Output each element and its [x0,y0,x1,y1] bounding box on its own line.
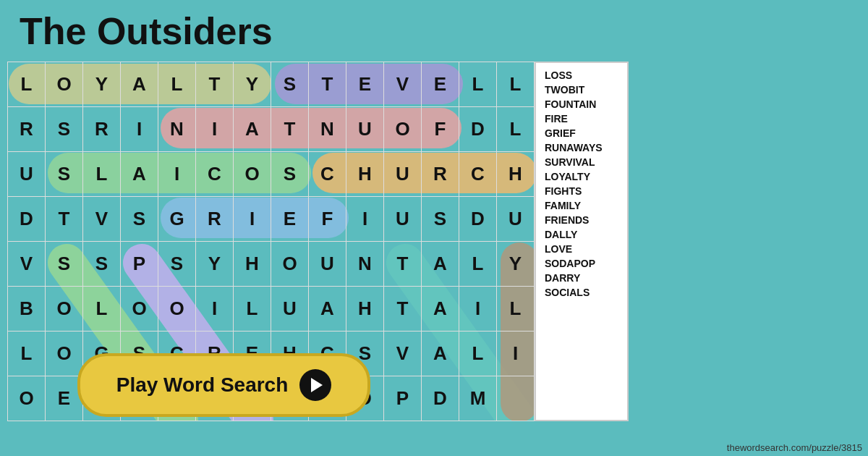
grid-cell: C [459,152,497,197]
grid-cell: D [459,197,497,242]
grid-cell: N [309,107,346,152]
grid-cell: E [271,197,309,242]
grid-cell: T [196,62,234,107]
grid-cell: L [497,287,535,332]
grid-cell: O [234,152,271,197]
grid-cell: S [83,242,121,287]
grid-cell: U [384,152,422,197]
word-list-item: DARRY [545,271,618,284]
grid-cell: P [121,242,158,287]
grid-cell: A [121,152,158,197]
grid-cell: T [309,62,346,107]
grid-cell [497,376,535,421]
grid-cell: H [346,152,384,197]
play-icon [299,369,331,401]
grid-cell: L [459,62,497,107]
play-button-overlay: Play Word Search [7,349,441,421]
word-list-item: SURVIVAL [545,156,618,169]
word-list-item: FIGHTS [545,185,618,198]
grid-cell: C [309,152,346,197]
grid-cell: I [158,152,196,197]
word-list-item: DALLY [545,228,618,241]
grid-cell: U [8,152,46,197]
grid-cell: G [158,197,196,242]
grid-cell: S [271,152,309,197]
word-list-item: LOYALTY [545,170,618,183]
play-button-label: Play Word Search [116,373,289,397]
grid-cell: U [346,107,384,152]
word-list-item: LOVE [545,242,618,256]
grid-cell: O [121,287,158,332]
grid-cell: V [83,197,121,242]
grid-cell: S [121,197,158,242]
word-list-item: FIRE [545,112,618,125]
grid-cell: S [46,152,83,197]
grid-cell: I [497,332,535,376]
grid-cell: A [121,62,158,107]
grid-cell: F [309,197,346,242]
grid-area: LOYALTYSTEVELLRSRINIATNUOFDLUSLAICOSCHUR… [7,62,535,421]
word-list-item: SODAPOP [545,257,618,270]
grid-cell: T [46,197,83,242]
grid-cell: B [8,287,46,332]
word-list-item: RUNAWAYS [545,141,618,154]
grid-cell: A [234,107,271,152]
grid-cell: S [46,107,83,152]
grid-cell: S [158,242,196,287]
grid-cell: Y [497,242,535,287]
grid-cell: T [384,287,422,332]
grid-cell: F [422,107,459,152]
grid-cell: S [271,62,309,107]
grid-cell: U [384,197,422,242]
grid-cell: H [234,242,271,287]
grid-cell: T [271,107,309,152]
grid-cell: Y [234,62,271,107]
grid-cell: L [158,62,196,107]
grid-cell: U [309,242,346,287]
grid-cell: O [46,287,83,332]
grid-cell: L [83,287,121,332]
grid-cell: S [422,197,459,242]
grid-cell: C [196,152,234,197]
grid-cell: U [497,197,535,242]
grid-cell: O [46,62,83,107]
word-list-item: FOUNTAIN [545,98,618,111]
grid-cell: Y [196,242,234,287]
grid-cell: A [422,242,459,287]
grid-cell: L [497,62,535,107]
word-list-item: SOCIALS [545,286,618,299]
grid-cell: V [8,242,46,287]
grid-cell: N [346,242,384,287]
play-word-search-button[interactable]: Play Word Search [77,353,371,417]
grid-cell: H [497,152,535,197]
grid-cell: I [121,107,158,152]
grid-cell: R [196,197,234,242]
grid-cell: M [459,376,497,421]
grid-cell: Y [83,62,121,107]
grid-cell: L [83,152,121,197]
grid-cell: I [196,107,234,152]
grid-cell: L [8,62,46,107]
grid-cell: L [234,287,271,332]
grid-cell: N [158,107,196,152]
grid-cell: D [8,197,46,242]
grid-cell: H [346,287,384,332]
grid-cell: V [384,62,422,107]
word-list-item: TWOBIT [545,83,618,96]
grid-cell: O [384,107,422,152]
grid-cell: R [83,107,121,152]
grid-cell: U [271,287,309,332]
word-list-item: GRIEF [545,127,618,140]
grid-cell: S [46,242,83,287]
grid-cell: I [459,287,497,332]
title: The Outsiders [20,9,273,53]
word-list-item: FAMILY [545,199,618,212]
grid-cell: E [346,62,384,107]
grid-cell: L [497,107,535,152]
grid-cell: A [309,287,346,332]
grid-cell: E [422,62,459,107]
grid-cell: I [346,197,384,242]
grid-cell: R [422,152,459,197]
grid-cell: L [459,242,497,287]
grid-cell: O [271,242,309,287]
